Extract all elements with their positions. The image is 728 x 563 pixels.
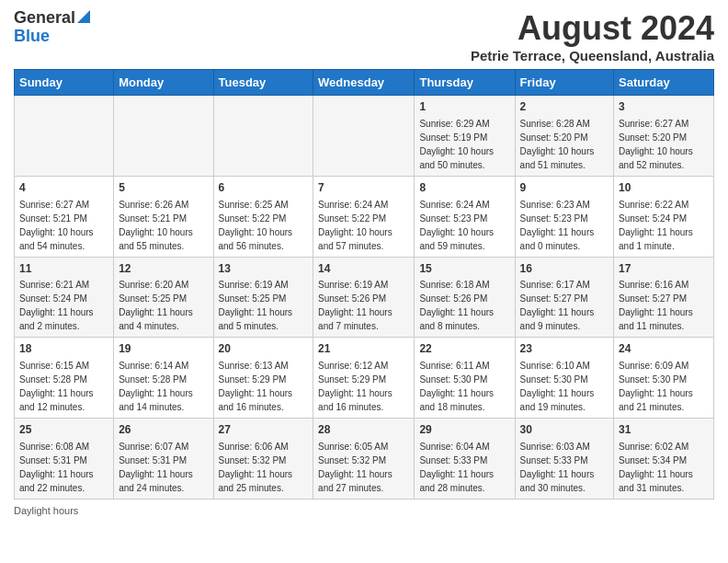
sunset-info: Sunset: 5:23 PM bbox=[419, 213, 487, 224]
calendar-cell: 18Sunrise: 6:15 AMSunset: 5:28 PMDayligh… bbox=[15, 338, 114, 419]
calendar-cell bbox=[15, 96, 114, 177]
calendar-cell: 1Sunrise: 6:29 AMSunset: 5:19 PMDaylight… bbox=[415, 96, 515, 177]
column-header-saturday: Saturday bbox=[614, 70, 714, 96]
logo: General Blue bbox=[14, 9, 90, 46]
daylight-info: Daylight: 11 hours and 27 minutes. bbox=[318, 469, 392, 493]
sunrise-info: Sunrise: 6:03 AM bbox=[520, 442, 590, 452]
sunset-info: Sunset: 5:26 PM bbox=[419, 293, 487, 304]
sunrise-info: Sunrise: 6:24 AM bbox=[318, 200, 388, 210]
sunrise-info: Sunrise: 6:08 AM bbox=[19, 442, 89, 452]
day-number: 10 bbox=[619, 180, 709, 196]
daylight-info: Daylight: 10 hours and 54 minutes. bbox=[19, 227, 94, 251]
day-number: 5 bbox=[119, 180, 208, 196]
sunset-info: Sunset: 5:27 PM bbox=[520, 293, 588, 304]
sunset-info: Sunset: 5:20 PM bbox=[520, 132, 588, 143]
calendar-cell: 14Sunrise: 6:19 AMSunset: 5:26 PMDayligh… bbox=[313, 257, 415, 338]
calendar-week-row: 4Sunrise: 6:27 AMSunset: 5:21 PMDaylight… bbox=[15, 176, 714, 257]
day-number: 7 bbox=[318, 180, 409, 196]
sunrise-info: Sunrise: 6:27 AM bbox=[19, 200, 89, 210]
day-number: 8 bbox=[419, 180, 509, 196]
daylight-info: Daylight: 11 hours and 24 minutes. bbox=[119, 469, 193, 493]
daylight-info: Daylight: 11 hours and 28 minutes. bbox=[419, 469, 494, 493]
sunrise-info: Sunrise: 6:02 AM bbox=[619, 442, 688, 452]
calendar-cell: 15Sunrise: 6:18 AMSunset: 5:26 PMDayligh… bbox=[415, 257, 515, 338]
calendar-cell: 25Sunrise: 6:08 AMSunset: 5:31 PMDayligh… bbox=[15, 419, 114, 500]
day-number: 17 bbox=[619, 261, 709, 277]
sunset-info: Sunset: 5:27 PM bbox=[619, 293, 687, 304]
day-number: 1 bbox=[419, 99, 509, 115]
sunset-info: Sunset: 5:28 PM bbox=[119, 374, 187, 385]
daylight-info: Daylight: 11 hours and 31 minutes. bbox=[619, 469, 693, 493]
calendar-cell: 30Sunrise: 6:03 AMSunset: 5:33 PMDayligh… bbox=[515, 419, 613, 500]
day-number: 18 bbox=[19, 341, 108, 357]
daylight-info: Daylight: 11 hours and 4 minutes. bbox=[119, 307, 193, 331]
calendar-cell: 16Sunrise: 6:17 AMSunset: 5:27 PMDayligh… bbox=[515, 257, 613, 338]
calendar-cell: 21Sunrise: 6:12 AMSunset: 5:29 PMDayligh… bbox=[313, 338, 415, 419]
sunset-info: Sunset: 5:20 PM bbox=[619, 132, 687, 143]
day-number: 16 bbox=[520, 261, 609, 277]
sunrise-info: Sunrise: 6:07 AM bbox=[119, 442, 188, 452]
calendar-cell: 9Sunrise: 6:23 AMSunset: 5:23 PMDaylight… bbox=[515, 176, 613, 257]
sunrise-info: Sunrise: 6:10 AM bbox=[520, 361, 590, 371]
sunrise-info: Sunrise: 6:24 AM bbox=[419, 200, 489, 210]
daylight-info: Daylight: 10 hours and 51 minutes. bbox=[520, 146, 595, 170]
calendar-cell: 22Sunrise: 6:11 AMSunset: 5:30 PMDayligh… bbox=[415, 338, 515, 419]
sunset-info: Sunset: 5:21 PM bbox=[19, 213, 87, 224]
sunrise-info: Sunrise: 6:26 AM bbox=[119, 200, 188, 210]
calendar-header-row: SundayMondayTuesdayWednesdayThursdayFrid… bbox=[15, 70, 714, 96]
day-number: 23 bbox=[520, 341, 609, 357]
day-number: 15 bbox=[419, 261, 509, 277]
sunset-info: Sunset: 5:25 PM bbox=[119, 293, 187, 304]
sunset-info: Sunset: 5:33 PM bbox=[520, 455, 588, 465]
daylight-info: Daylight: 11 hours and 2 minutes. bbox=[19, 307, 94, 331]
calendar-cell: 12Sunrise: 6:20 AMSunset: 5:25 PMDayligh… bbox=[114, 257, 213, 338]
sunset-info: Sunset: 5:26 PM bbox=[318, 293, 386, 304]
sunset-info: Sunset: 5:24 PM bbox=[19, 293, 87, 304]
column-header-sunday: Sunday bbox=[15, 70, 114, 96]
day-number: 28 bbox=[318, 422, 409, 438]
sunrise-info: Sunrise: 6:19 AM bbox=[318, 280, 388, 290]
day-number: 27 bbox=[219, 422, 309, 438]
day-number: 31 bbox=[619, 422, 709, 438]
daylight-info: Daylight: 11 hours and 9 minutes. bbox=[520, 307, 595, 331]
calendar-cell bbox=[114, 96, 213, 177]
calendar-cell: 13Sunrise: 6:19 AMSunset: 5:25 PMDayligh… bbox=[213, 257, 313, 338]
calendar-cell: 2Sunrise: 6:28 AMSunset: 5:20 PMDaylight… bbox=[515, 96, 613, 177]
day-number: 6 bbox=[219, 180, 309, 196]
day-number: 26 bbox=[119, 422, 208, 438]
calendar-cell: 7Sunrise: 6:24 AMSunset: 5:22 PMDaylight… bbox=[313, 176, 415, 257]
day-number: 14 bbox=[318, 261, 409, 277]
sunrise-info: Sunrise: 6:15 AM bbox=[19, 361, 89, 371]
subtitle: Petrie Terrace, Queensland, Australia bbox=[471, 48, 714, 63]
daylight-info: Daylight: 10 hours and 50 minutes. bbox=[419, 146, 494, 170]
day-number: 24 bbox=[619, 341, 709, 357]
sunset-info: Sunset: 5:28 PM bbox=[19, 374, 87, 385]
logo-triangle-icon bbox=[77, 10, 90, 23]
daylight-info: Daylight: 11 hours and 0 minutes. bbox=[520, 227, 595, 251]
day-number: 9 bbox=[520, 180, 609, 196]
sunset-info: Sunset: 5:22 PM bbox=[219, 213, 287, 224]
daylight-info: Daylight: 11 hours and 11 minutes. bbox=[619, 307, 693, 331]
calendar-cell: 5Sunrise: 6:26 AMSunset: 5:21 PMDaylight… bbox=[114, 176, 213, 257]
sunrise-info: Sunrise: 6:14 AM bbox=[119, 361, 188, 371]
day-number: 25 bbox=[19, 422, 108, 438]
calendar-cell: 10Sunrise: 6:22 AMSunset: 5:24 PMDayligh… bbox=[614, 176, 714, 257]
sunset-info: Sunset: 5:25 PM bbox=[219, 293, 287, 304]
daylight-info: Daylight: 11 hours and 25 minutes. bbox=[219, 469, 293, 493]
daylight-info: Daylight: 10 hours and 55 minutes. bbox=[119, 227, 193, 251]
sunrise-info: Sunrise: 6:06 AM bbox=[219, 442, 289, 452]
daylight-info: Daylight: 10 hours and 59 minutes. bbox=[419, 227, 494, 251]
logo-blue: Blue bbox=[14, 28, 90, 46]
column-header-wednesday: Wednesday bbox=[313, 70, 415, 96]
daylight-info: Daylight: 11 hours and 1 minute. bbox=[619, 227, 693, 251]
sunset-info: Sunset: 5:19 PM bbox=[419, 132, 487, 143]
sunset-info: Sunset: 5:34 PM bbox=[619, 455, 687, 465]
column-header-tuesday: Tuesday bbox=[213, 70, 313, 96]
footer: Daylight hours bbox=[14, 505, 714, 516]
sunset-info: Sunset: 5:24 PM bbox=[619, 213, 687, 224]
calendar-cell: 20Sunrise: 6:13 AMSunset: 5:29 PMDayligh… bbox=[213, 338, 313, 419]
day-number: 21 bbox=[318, 341, 409, 357]
calendar-cell: 23Sunrise: 6:10 AMSunset: 5:30 PMDayligh… bbox=[515, 338, 613, 419]
sunrise-info: Sunrise: 6:25 AM bbox=[219, 200, 289, 210]
sunrise-info: Sunrise: 6:22 AM bbox=[619, 200, 688, 210]
